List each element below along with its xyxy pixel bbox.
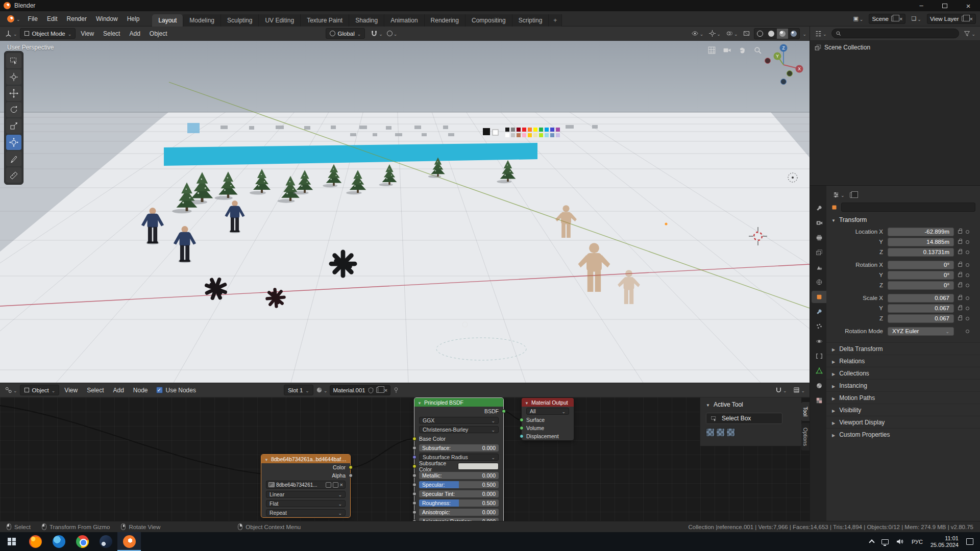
section-viewport-display[interactable]: Viewport Display: [826, 416, 980, 428]
outliner-item-scene-collection[interactable]: Scene Collection: [810, 41, 980, 54]
overlay-grid-icon[interactable]: [792, 386, 806, 395]
active-tool-select-box[interactable]: Select Box: [706, 413, 782, 424]
fake-user-icon[interactable]: [326, 482, 331, 488]
tab-rendering[interactable]: Rendering: [425, 14, 465, 27]
animate-dot-icon[interactable]: [966, 307, 969, 310]
alpha-output-socket[interactable]: [349, 473, 353, 478]
tool-measure[interactable]: [6, 167, 21, 183]
tool-annotate[interactable]: [6, 151, 21, 166]
tool-move[interactable]: [6, 86, 21, 101]
animate-dot-icon[interactable]: [966, 284, 969, 287]
scale-x-field[interactable]: 0.067: [888, 294, 954, 303]
rotation-mode-dropdown[interactable]: XYZ Euler: [888, 327, 954, 336]
tab-shading[interactable]: Shading: [349, 14, 384, 27]
displacement-socket[interactable]: [520, 434, 524, 438]
menu-window[interactable]: Window: [91, 11, 122, 27]
xray-toggle[interactable]: [742, 29, 751, 38]
sidebar-tab-options[interactable]: Options: [801, 423, 810, 450]
tool-preset-icon[interactable]: [726, 428, 735, 437]
subsurface-color-socket[interactable]: [412, 464, 416, 468]
viewport-menu-add[interactable]: Add: [125, 27, 144, 41]
add-workspace-button[interactable]: +: [549, 14, 562, 27]
animate-dot-icon[interactable]: [966, 273, 969, 277]
material-output-header[interactable]: Material Output: [522, 398, 574, 407]
shader-type-selector[interactable]: Object: [20, 385, 60, 395]
minimize-button[interactable]: [910, 0, 933, 11]
metallic-socket[interactable]: [412, 473, 416, 478]
tray-expand-icon[interactable]: [869, 539, 874, 545]
section-collections[interactable]: Collections: [826, 367, 980, 379]
pin-id-icon[interactable]: [850, 192, 855, 198]
anisotropic-slider[interactable]: Anisotropic:0.000: [419, 509, 499, 516]
editor-type-outliner-icon[interactable]: [813, 29, 828, 38]
tab-texture[interactable]: [812, 394, 826, 407]
tab-animation[interactable]: Animation: [384, 14, 424, 27]
tool-cursor[interactable]: [6, 69, 21, 85]
tab-sculpting[interactable]: Sculpting: [221, 14, 259, 27]
grid-ortho-icon[interactable]: [707, 46, 716, 55]
outliner-search-input[interactable]: [831, 29, 960, 38]
location-y-field[interactable]: 14.885m: [888, 238, 954, 246]
principled-node-header[interactable]: Principled BSDF: [414, 398, 503, 407]
tab-render[interactable]: [812, 217, 826, 229]
anisotropic-socket[interactable]: [412, 510, 416, 514]
tab-particles[interactable]: [812, 320, 826, 333]
shader-menu-add[interactable]: Add: [109, 383, 128, 397]
maximize-button[interactable]: [933, 0, 957, 11]
material-slot-dropdown[interactable]: Slot 1: [284, 385, 313, 395]
lock-icon[interactable]: [958, 230, 962, 234]
animate-dot-icon[interactable]: [966, 330, 969, 333]
metallic-slider[interactable]: Metallic:0.000: [419, 472, 499, 479]
editor-type-shader-icon[interactable]: [3, 385, 19, 395]
lock-icon[interactable]: [958, 240, 962, 244]
pan-hand-icon[interactable]: [738, 46, 747, 55]
start-button[interactable]: [0, 532, 23, 551]
animate-dot-icon[interactable]: [966, 230, 969, 234]
tab-uv-editing[interactable]: UV Editing: [259, 14, 301, 27]
shading-wireframe-button[interactable]: [754, 29, 766, 39]
volume-icon[interactable]: [896, 538, 904, 545]
section-relations[interactable]: Relations: [826, 355, 980, 367]
view-layer-browse-icon[interactable]: ❏: [910, 14, 922, 23]
target-dropdown[interactable]: All: [526, 408, 569, 415]
node-principled-bsdf[interactable]: Principled BSDF BSDF GGX Christensen-Bur…: [414, 398, 503, 521]
transform-panel-header[interactable]: Transform: [826, 213, 980, 227]
network-icon[interactable]: [881, 539, 889, 544]
tab-constraints[interactable]: [812, 350, 826, 362]
shader-menu-node[interactable]: Node: [129, 383, 152, 397]
lock-icon[interactable]: [958, 251, 962, 254]
section-motion-paths[interactable]: Motion Paths: [826, 391, 980, 404]
scale-y-field[interactable]: 0.067: [888, 304, 954, 313]
image-node-header[interactable]: 8dbe64b734261a..bd4644baf33b.png: [261, 455, 350, 463]
taskbar-firefox[interactable]: [23, 532, 47, 551]
shading-rendered-button[interactable]: [788, 29, 799, 39]
lock-icon[interactable]: [958, 296, 962, 300]
volume-socket[interactable]: [520, 426, 524, 430]
shading-material-button[interactable]: [777, 29, 788, 39]
gizmo-x-neg[interactable]: [765, 58, 771, 64]
projection-dropdown[interactable]: Flat: [266, 500, 346, 507]
mode-selector[interactable]: Object Mode: [20, 28, 76, 39]
material-name-field[interactable]: Material.001 ×: [330, 385, 390, 395]
remove-view-layer-icon[interactable]: ×: [970, 16, 973, 21]
copy-material-icon[interactable]: [376, 387, 382, 393]
tool-preset-icon[interactable]: [716, 428, 725, 437]
specular-slider[interactable]: Specular:0.500: [419, 481, 499, 488]
animate-dot-icon[interactable]: [966, 296, 969, 300]
roughness-slider[interactable]: Roughness:0.500: [419, 499, 499, 507]
specular-tint-socket[interactable]: [412, 492, 416, 496]
tool-select-box[interactable]: [6, 53, 21, 68]
viewport-scene[interactable]: Z X Y: [0, 41, 810, 383]
location-z-field[interactable]: 0.13731m: [888, 248, 954, 257]
animate-dot-icon[interactable]: [966, 317, 969, 320]
collapse-icon[interactable]: [525, 399, 529, 406]
open-image-folder-icon[interactable]: [333, 482, 338, 488]
taskbar-blender[interactable]: [117, 532, 141, 551]
taskbar-chrome[interactable]: [70, 532, 94, 551]
subsurface-slider[interactable]: Subsurface:0.000: [419, 444, 499, 452]
object-visibility-dropdown[interactable]: [690, 29, 705, 38]
lock-icon[interactable]: [958, 307, 962, 310]
object-origin-dot[interactable]: [665, 223, 668, 226]
shader-menu-select[interactable]: Select: [83, 383, 108, 397]
menu-render[interactable]: Render: [62, 11, 91, 27]
